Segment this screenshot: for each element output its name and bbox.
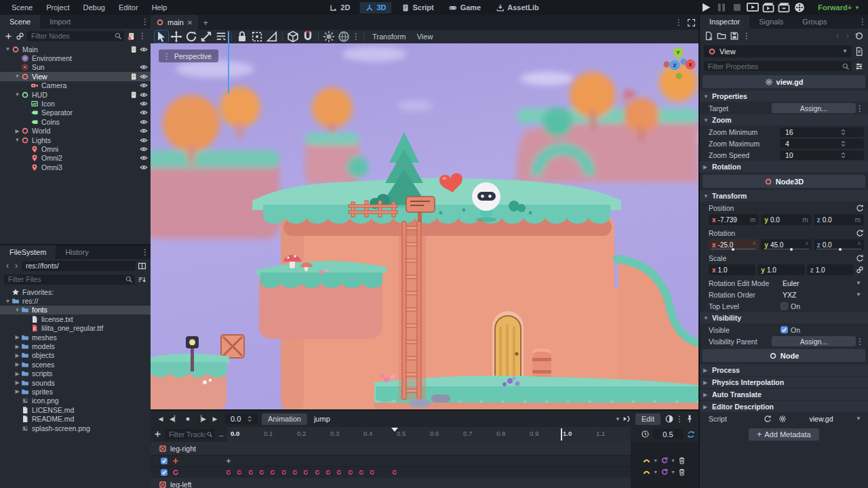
visibility-eye-icon[interactable] [140,145,148,153]
use-local-space-button[interactable] [286,30,300,43]
visibility-eye-icon[interactable] [140,154,148,162]
animation-name-chevron-icon[interactable]: ▼ [615,416,620,422]
script-dropdown[interactable]: view.gd ▼ [776,413,864,424]
wrap-mode-icon[interactable] [642,468,651,476]
tree-item-view[interactable]: ▼View [0,72,151,81]
timeline-marker[interactable] [391,428,398,432]
loop-animation-icon[interactable] [686,430,696,439]
move-mode-button[interactable] [170,30,183,43]
keyframe[interactable] [225,458,232,464]
current-path[interactable]: res://fonts/ [22,261,136,271]
scale-mode-button[interactable] [199,30,213,43]
nav-forward-icon[interactable]: › [13,261,20,270]
keyframe[interactable] [225,469,232,476]
filter-nodes-input[interactable] [27,31,124,41]
visibility-parent-options-icon[interactable]: ⋮ [856,338,864,346]
tree-collapse-icon[interactable]: ▼ [14,137,21,143]
link-scale-icon[interactable] [856,266,864,274]
nav-back-icon[interactable]: ‹ [4,261,11,270]
keyframe[interactable] [292,469,298,476]
filesystem-dock-menu-icon[interactable]: ⋮ [141,248,149,256]
editor-tab-assetlib[interactable]: AssetLib [490,2,544,14]
menu-debug[interactable]: Debug [77,2,111,13]
section-transform[interactable]: ▼Transform [700,190,868,201]
scale-z-field[interactable]: z1.0 [807,264,854,275]
node-selector[interactable]: View ▼ [704,45,852,58]
position-z-field[interactable]: z0.0m [814,214,864,225]
tree-item-world[interactable]: ▶World [0,127,151,136]
tree-item-license-txt[interactable]: license.txt [0,314,151,323]
anim-play-backwards-from-end-button[interactable]: ◀ [155,413,167,425]
filesystem-tab-filesystem[interactable]: FileSystem [0,245,56,259]
script-badge-icon[interactable] [130,73,138,81]
script-badge-icon[interactable] [130,45,138,54]
tree-item-lilita-one-regular-ttf[interactable]: Flilita_one_regular.ttf [0,324,151,333]
tree-item-coins[interactable]: Coins [0,117,151,126]
pin-animation-icon[interactable] [685,414,694,424]
group-node-button[interactable] [250,30,264,43]
anim-play-backwards-button[interactable]: ◀▏ [168,413,180,425]
node3d-category[interactable]: Node3D [703,175,865,188]
section-zoom[interactable]: ▼Zoom [700,115,868,125]
script-category[interactable]: view.gd [703,75,865,88]
viewport-extra-options-icon[interactable]: ⋮ [352,33,360,41]
view-menu[interactable]: View [412,31,438,42]
tree-expand-icon[interactable]: ▶ [14,128,21,134]
tree-collapse-icon[interactable]: ▼ [14,92,21,98]
tree-item-environment[interactable]: Environment [0,54,151,62]
tree-collapse-icon[interactable]: ▼ [4,298,12,304]
resource-menu-icon[interactable]: ⋮ [743,32,751,40]
revert-icon[interactable] [856,229,864,237]
instance-scene-icon[interactable] [16,32,24,41]
tree-item-readme-md[interactable]: README.md [0,414,151,423]
position-y-field[interactable]: y0.0m [761,214,811,225]
snap-step-spinbox[interactable]: 0.5 [653,429,683,439]
keyframe[interactable] [314,469,321,476]
lock-node-button[interactable] [235,30,249,43]
position-track[interactable]: ▼▼ [151,455,698,466]
tree-item-separator[interactable]: Separator [0,108,151,117]
save-resource-icon[interactable] [730,31,739,41]
section-rotation-script[interactable]: ▶Rotation [700,161,868,172]
tree-item-favorites-[interactable]: Favorites: [0,287,151,296]
rotate-mode-button[interactable] [184,30,198,43]
perspective-menu-button[interactable]: ⋮ Perspective [159,49,218,62]
scale-y-field[interactable]: y1.0 [757,264,804,275]
anim-edit-button[interactable]: Edit [635,413,660,425]
scene-tabs-menu-icon[interactable]: ⋮ [675,18,683,26]
play-button[interactable] [699,1,713,14]
keyframe[interactable] [325,469,332,476]
snap-clock-icon[interactable] [641,430,650,439]
tree-collapse-icon[interactable]: ▼ [14,307,21,313]
keyframe[interactable] [258,469,265,476]
top-level-checkbox[interactable] [780,302,789,310]
revert-icon[interactable] [764,415,772,423]
tree-item-res-[interactable]: ▼res:// [0,296,151,305]
visibility-eye-icon[interactable] [140,118,148,126]
interpolation-mode-icon[interactable] [660,468,669,476]
tree-item-scripts[interactable]: ▶scripts [0,369,151,378]
onion-skinning-icon[interactable] [665,414,674,424]
keyframe[interactable] [281,469,288,476]
node-category[interactable]: Node [703,349,865,362]
timeline-pan-icon[interactable]: ↔ [218,430,225,439]
zoom-minimum-spinbox[interactable]: 16 [780,127,864,137]
anim-stop-button[interactable]: ■ [182,413,194,425]
history-forward-icon[interactable]: › [844,31,851,41]
tree-item-omni[interactable]: Omni [0,144,151,153]
anim-time-spinbox[interactable]: 0.0 [225,413,258,424]
viewport-canvas[interactable]: Y X Z [151,43,698,409]
wrap-mode-icon[interactable] [642,456,651,465]
target-assign-button[interactable]: Assign... [772,103,856,113]
movie-maker-button[interactable] [793,1,806,14]
keyframe[interactable] [269,469,276,476]
tree-item-icon[interactable]: Icon [0,99,151,108]
tree-expand-icon[interactable]: ▶ [14,334,21,340]
scale-x-field[interactable]: x1.0 [709,264,755,275]
preview-environment-button[interactable] [337,30,351,43]
scene-tab-import[interactable]: Import [40,15,80,28]
expand-viewport-icon[interactable] [687,18,696,27]
visibility-eye-icon[interactable] [140,81,148,89]
visibility-parent-assign-button[interactable]: Assign... [772,336,856,346]
tree-expand-icon[interactable]: ▶ [14,371,21,377]
